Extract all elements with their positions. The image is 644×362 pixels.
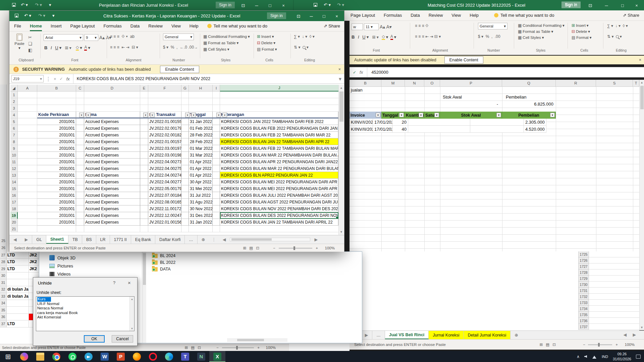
cell[interactable]: Accrued Expenses (84, 185, 140, 192)
right-formula-bar[interactable]: ✓ fx 4520000 (350, 67, 644, 77)
unhide-sheet-listbox[interactable]: Kurs LR-F Normal Neraca Normal cara kerj… (36, 296, 135, 331)
cell[interactable] (140, 172, 148, 179)
row-header[interactable]: 4 (10, 112, 18, 118)
cell[interactable]: 01 Apr 2022 (189, 172, 213, 179)
undo-icon[interactable]: ↶ ▾ (324, 2, 331, 7)
cell[interactable] (18, 105, 37, 112)
cell[interactable] (18, 138, 37, 145)
quick-access-customize-icon[interactable]: ▾ (49, 2, 51, 7)
zoom-out-icon[interactable]: − (273, 246, 275, 250)
cell[interactable]: K/INV/II/2022 (350, 126, 373, 133)
cell[interactable] (148, 226, 181, 232)
cell[interactable]: 2031001 (37, 179, 76, 185)
cell[interactable]: 20 (392, 119, 408, 126)
cell[interactable] (181, 132, 189, 138)
column-header[interactable]: J (220, 85, 338, 92)
row-header[interactable]: 10 (10, 152, 18, 159)
cell[interactable]: LTD (7, 259, 29, 266)
cell[interactable]: 2031001 (37, 145, 76, 152)
row-header[interactable]: 1728 (578, 269, 589, 276)
cell[interactable]: JV.2022.05.00179 (148, 185, 181, 192)
row-header[interactable]: 12 (10, 165, 18, 172)
zoom-level[interactable]: 100% (325, 246, 335, 250)
zoom-out-icon[interactable]: − (216, 346, 219, 350)
cell[interactable] (181, 118, 189, 125)
font-format-row[interactable]: B I U ▾ ⊞ ▾ ◇ ▾ A ▾ (44, 45, 90, 51)
cell[interactable] (189, 226, 213, 232)
cell[interactable] (76, 172, 84, 179)
cell[interactable] (76, 192, 84, 199)
view-shortcuts[interactable]: ⊞ ▤ ⊡ (243, 246, 260, 250)
cell[interactable] (18, 118, 37, 125)
zoom-out-icon[interactable]: − (583, 343, 585, 347)
cell[interactable] (84, 92, 140, 98)
column-header[interactable]: F (148, 85, 181, 92)
cell[interactable]: JV.2022.11.00172 (148, 205, 181, 212)
file-explorer-icon[interactable] (32, 351, 48, 362)
language-indicator[interactable]: IND (602, 355, 608, 359)
cell[interactable]: KOREKSI COGS BULAN APR 22 PENGURANGAN DA… (220, 159, 338, 165)
horizontal-scrollbar[interactable] (230, 238, 310, 241)
cell[interactable]: Accrued Expenses (84, 179, 140, 185)
telegram-icon[interactable] (80, 351, 97, 362)
ribbon-tab[interactable]: Formulas (104, 21, 122, 31)
alignment-row2[interactable]: ≡ ≡ ≡ ⇤ ⇥ ⊟ ▾ (110, 45, 138, 50)
dark-app-icon[interactable]: N (193, 351, 209, 362)
cell[interactable] (37, 98, 76, 105)
column-header[interactable]: D (84, 85, 140, 92)
column-header[interactable]: N (405, 80, 424, 87)
cell[interactable] (213, 105, 220, 112)
hscroll-right-icon[interactable]: ▶ (310, 235, 322, 244)
cell[interactable] (140, 226, 148, 232)
cell[interactable]: JV.2022.04.00273 (148, 159, 181, 165)
cell[interactable] (18, 165, 37, 172)
cell[interactable]: 30 Nov 2022 (189, 205, 213, 212)
cell[interactable]: Accrued Expenses (84, 132, 140, 138)
app-icon-colorful[interactable] (16, 351, 32, 362)
row-header[interactable]: 33 (0, 293, 7, 300)
cell[interactable] (140, 132, 148, 138)
cell[interactable] (18, 172, 37, 179)
cell[interactable] (181, 212, 189, 219)
filter-icon[interactable]: ▾ (399, 113, 404, 117)
row-header[interactable]: 1730 (578, 282, 589, 288)
sheet-tab[interactable]: Jurnal Koreksi (429, 331, 464, 339)
table-header-cell[interactable]: Kuantitas▾ (405, 112, 424, 119)
list-item[interactable]: LR-F Normal (36, 302, 134, 306)
cell[interactable] (140, 98, 148, 105)
cell[interactable]: 2.305.000 (524, 119, 546, 126)
cell[interactable]: 31 Jul 2022 (189, 192, 213, 199)
cell[interactable] (181, 192, 189, 199)
column-header[interactable]: M (381, 80, 405, 87)
cell[interactable]: Accrued Expenses (84, 205, 140, 212)
scroll-down-icon[interactable]: ▼ (640, 326, 644, 329)
row-header[interactable]: 13 (10, 172, 18, 179)
row-header[interactable]: 27 (0, 252, 7, 259)
save-icon[interactable] (15, 13, 18, 18)
cell[interactable]: Accrued Expenses (84, 172, 140, 179)
cell[interactable] (76, 212, 84, 219)
cell[interactable]: Kode Perkiraan (37, 112, 76, 118)
sheet-tab[interactable]: GL (32, 235, 46, 244)
cell[interactable]: 2031001 (37, 132, 76, 138)
cell[interactable]: 2031001 (37, 152, 76, 159)
cell[interactable] (181, 125, 189, 132)
cell[interactable] (148, 105, 181, 112)
row-header[interactable]: 8 (10, 138, 18, 145)
scrollbar-thumb[interactable] (231, 238, 272, 241)
scrollbar-thumb[interactable] (339, 92, 343, 122)
cell[interactable]: JV.2022.04.00277 (148, 179, 181, 185)
cell[interactable]: LTD (7, 320, 29, 327)
tab-scroll-right-icon[interactable]: ▶ (21, 235, 33, 244)
dialog-close-icon[interactable]: × (128, 280, 131, 286)
cell[interactable]: 40 (392, 126, 408, 133)
column-header[interactable]: T (633, 80, 639, 87)
cell[interactable] (76, 159, 84, 165)
cell[interactable]: di bulan Jan (7, 293, 29, 300)
zoom-level[interactable]: 100% (266, 346, 276, 350)
cell[interactable]: 31 Mei 2022 (189, 185, 213, 192)
tell-me-box[interactable]: Tell me what you want to do (207, 21, 267, 31)
row-header[interactable]: 14 (10, 179, 18, 185)
delete-button[interactable]: ⊟Delete ▾ (572, 28, 592, 35)
cell[interactable]: KOREKSI COGS BULAN JAN 22 TAMBAHAN DARI … (220, 138, 338, 145)
